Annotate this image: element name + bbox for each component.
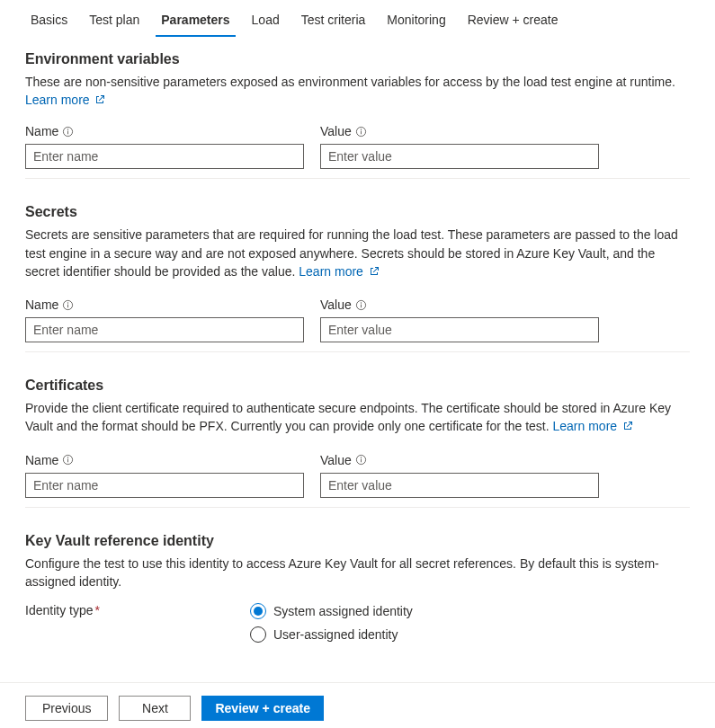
cert-value-field: Value bbox=[320, 453, 599, 498]
radio-icon bbox=[250, 603, 266, 619]
tab-monitoring[interactable]: Monitoring bbox=[376, 5, 456, 36]
svg-point-4 bbox=[361, 129, 362, 129]
identity-type-radio-group: System assigned identity User-assigned i… bbox=[250, 603, 413, 643]
previous-button[interactable]: Previous bbox=[25, 696, 108, 721]
svg-point-10 bbox=[361, 302, 362, 303]
radio-user-assigned[interactable]: User-assigned identity bbox=[250, 626, 413, 643]
cert-name-input[interactable] bbox=[25, 473, 304, 498]
tab-test-plan[interactable]: Test plan bbox=[78, 5, 150, 36]
info-icon[interactable] bbox=[355, 299, 367, 311]
secrets-learn-more-link[interactable]: Learn more bbox=[299, 264, 379, 279]
info-icon[interactable] bbox=[62, 299, 74, 311]
divider bbox=[25, 351, 690, 352]
kv-heading: Key Vault reference identity bbox=[25, 533, 690, 549]
certs-heading: Certificates bbox=[25, 377, 690, 394]
section-env-vars: Environment variables These are non-sens… bbox=[25, 51, 690, 179]
info-icon[interactable] bbox=[355, 454, 367, 466]
required-indicator: * bbox=[95, 603, 100, 617]
svg-point-1 bbox=[67, 129, 68, 129]
divider bbox=[25, 507, 690, 508]
cert-value-input[interactable] bbox=[320, 473, 599, 498]
tab-load[interactable]: Load bbox=[241, 5, 290, 36]
env-vars-heading: Environment variables bbox=[25, 51, 690, 67]
secrets-description: Secrets are sensitive parameters that ar… bbox=[25, 226, 690, 281]
env-vars-description: These are non-sensitive parameters expos… bbox=[25, 73, 690, 91]
next-button[interactable]: Next bbox=[119, 696, 191, 721]
radio-system-assigned-label: System assigned identity bbox=[273, 604, 413, 618]
info-icon[interactable] bbox=[355, 126, 367, 138]
secret-name-input[interactable] bbox=[25, 317, 304, 342]
certs-learn-more-link[interactable]: Learn more bbox=[553, 419, 633, 433]
external-link-icon bbox=[369, 263, 380, 281]
section-certificates: Certificates Provide the client certific… bbox=[25, 377, 690, 508]
env-value-input[interactable] bbox=[320, 144, 599, 169]
identity-type-label: Identity type bbox=[25, 603, 94, 617]
cert-name-field: Name bbox=[25, 453, 304, 498]
secret-name-field: Name bbox=[25, 297, 304, 342]
divider bbox=[25, 178, 690, 179]
external-link-icon bbox=[94, 93, 105, 108]
svg-rect-8 bbox=[67, 304, 68, 307]
radio-user-assigned-label: User-assigned identity bbox=[273, 627, 398, 642]
radio-system-assigned[interactable]: System assigned identity bbox=[250, 603, 413, 619]
section-secrets: Secrets Secrets are sensitive parameters… bbox=[25, 204, 690, 352]
secrets-heading: Secrets bbox=[25, 204, 690, 220]
section-key-vault-identity: Key Vault reference identity Configure t… bbox=[25, 533, 690, 644]
env-vars-learn-more-link[interactable]: Learn more bbox=[25, 93, 105, 107]
env-name-field: Name bbox=[25, 124, 304, 169]
secret-value-label: Value bbox=[320, 297, 352, 312]
wizard-tabs: Basics Test plan Parameters Load Test cr… bbox=[0, 0, 715, 37]
svg-rect-2 bbox=[67, 130, 68, 134]
env-name-label: Name bbox=[25, 124, 58, 138]
svg-rect-17 bbox=[361, 459, 362, 463]
svg-point-7 bbox=[67, 302, 68, 303]
env-name-input[interactable] bbox=[25, 144, 304, 169]
svg-point-13 bbox=[67, 457, 68, 458]
svg-rect-5 bbox=[361, 130, 362, 134]
secret-name-label: Name bbox=[25, 297, 58, 312]
tab-test-criteria[interactable]: Test criteria bbox=[290, 5, 377, 36]
env-value-field: Value bbox=[320, 124, 599, 169]
review-create-button[interactable]: Review + create bbox=[201, 696, 323, 721]
info-icon[interactable] bbox=[62, 454, 74, 466]
cert-value-label: Value bbox=[320, 453, 352, 467]
certs-description: Provide the client certificate required … bbox=[25, 399, 690, 437]
tab-basics[interactable]: Basics bbox=[20, 5, 78, 36]
wizard-footer: Previous Next Review + create bbox=[0, 682, 715, 728]
tab-parameters[interactable]: Parameters bbox=[150, 5, 240, 36]
tab-review-create[interactable]: Review + create bbox=[457, 5, 569, 36]
radio-icon bbox=[250, 626, 266, 643]
svg-point-16 bbox=[361, 457, 362, 458]
secret-value-field: Value bbox=[320, 297, 599, 342]
svg-rect-11 bbox=[361, 304, 362, 307]
cert-name-label: Name bbox=[25, 453, 58, 467]
env-value-label: Value bbox=[320, 124, 352, 138]
secret-value-input[interactable] bbox=[320, 317, 599, 342]
kv-description: Configure the test to use this identity … bbox=[25, 555, 690, 591]
external-link-icon bbox=[622, 418, 633, 436]
svg-rect-14 bbox=[67, 459, 68, 463]
info-icon[interactable] bbox=[62, 126, 74, 138]
parameters-panel: Environment variables These are non-sens… bbox=[0, 37, 715, 682]
